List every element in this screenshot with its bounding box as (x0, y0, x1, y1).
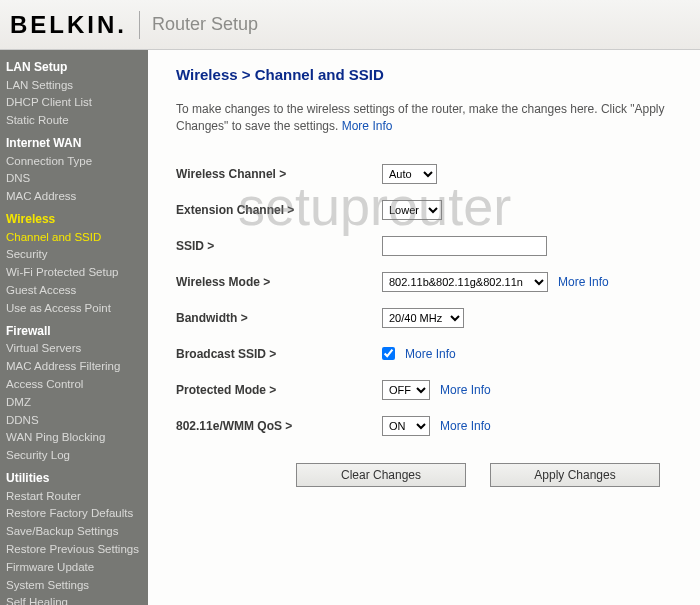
select-protected-mode[interactable]: OFF (382, 380, 430, 400)
label-extension-channel: Extension Channel > (176, 203, 382, 217)
intro-more-info-link[interactable]: More Info (342, 119, 393, 133)
nav-lan-settings[interactable]: LAN Settings (6, 77, 148, 95)
select-bandwidth[interactable]: 20/40 MHz (382, 308, 464, 328)
label-wireless-channel: Wireless Channel > (176, 167, 382, 181)
nav-system-settings[interactable]: System Settings (6, 577, 148, 595)
more-info-wmm-qos[interactable]: More Info (440, 419, 491, 433)
nav-connection-type[interactable]: Connection Type (6, 153, 148, 171)
row-wmm-qos: 802.11e/WMM QoS > ON More Info (176, 415, 680, 437)
nav-dhcp-client-list[interactable]: DHCP Client List (6, 94, 148, 112)
label-broadcast-ssid: Broadcast SSID > (176, 347, 382, 361)
sidebar: LAN Setup LAN Settings DHCP Client List … (0, 50, 148, 605)
nav-mac-filtering[interactable]: MAC Address Filtering (6, 358, 148, 376)
nav-guest-access[interactable]: Guest Access (6, 282, 148, 300)
select-extension-channel[interactable]: Lower (382, 200, 442, 220)
header: BELKIN. Router Setup (0, 0, 700, 50)
input-ssid[interactable] (382, 236, 547, 256)
apply-changes-button[interactable]: Apply Changes (490, 463, 660, 487)
nav-restore-defaults[interactable]: Restore Factory Defaults (6, 505, 148, 523)
nav-security[interactable]: Security (6, 246, 148, 264)
label-wireless-mode: Wireless Mode > (176, 275, 382, 289)
row-extension-channel: Extension Channel > Lower (176, 199, 680, 221)
checkbox-broadcast-ssid[interactable] (382, 347, 395, 360)
main-content: Wireless > Channel and SSID To make chan… (148, 50, 700, 605)
label-protected-mode: Protected Mode > (176, 383, 382, 397)
nav-restore-previous[interactable]: Restore Previous Settings (6, 541, 148, 559)
nav-use-as-ap[interactable]: Use as Access Point (6, 300, 148, 318)
nav-mac-address[interactable]: MAC Address (6, 188, 148, 206)
nav-self-healing[interactable]: Self Healing (6, 594, 148, 605)
section-head-wan: Internet WAN (6, 134, 148, 153)
label-wmm-qos: 802.11e/WMM QoS > (176, 419, 382, 433)
row-broadcast-ssid: Broadcast SSID > More Info (176, 343, 680, 365)
nav-security-log[interactable]: Security Log (6, 447, 148, 465)
row-ssid: SSID > (176, 235, 680, 257)
more-info-protected-mode[interactable]: More Info (440, 383, 491, 397)
section-head-wireless[interactable]: Wireless (6, 210, 148, 229)
nav-virtual-servers[interactable]: Virtual Servers (6, 340, 148, 358)
clear-changes-button[interactable]: Clear Changes (296, 463, 466, 487)
row-protected-mode: Protected Mode > OFF More Info (176, 379, 680, 401)
nav-wifi-protected-setup[interactable]: Wi-Fi Protected Setup (6, 264, 148, 282)
page-title: Router Setup (152, 14, 258, 35)
nav-dns[interactable]: DNS (6, 170, 148, 188)
nav-channel-and-ssid[interactable]: Channel and SSID (6, 229, 148, 247)
select-wireless-mode[interactable]: 802.11b&802.11g&802.11n (382, 272, 548, 292)
select-wmm-qos[interactable]: ON (382, 416, 430, 436)
intro-body: To make changes to the wireless settings… (176, 102, 665, 133)
section-head-firewall: Firewall (6, 322, 148, 341)
logo: BELKIN. (0, 11, 140, 39)
nav-wan-ping-blocking[interactable]: WAN Ping Blocking (6, 429, 148, 447)
more-info-broadcast-ssid[interactable]: More Info (405, 347, 456, 361)
breadcrumb: Wireless > Channel and SSID (176, 66, 680, 83)
row-bandwidth: Bandwidth > 20/40 MHz (176, 307, 680, 329)
nav-access-control[interactable]: Access Control (6, 376, 148, 394)
row-wireless-channel: Wireless Channel > Auto (176, 163, 680, 185)
nav-save-backup[interactable]: Save/Backup Settings (6, 523, 148, 541)
nav-static-route[interactable]: Static Route (6, 112, 148, 130)
select-wireless-channel[interactable]: Auto (382, 164, 437, 184)
nav-dmz[interactable]: DMZ (6, 394, 148, 412)
nav-restart-router[interactable]: Restart Router (6, 488, 148, 506)
section-head-lan: LAN Setup (6, 58, 148, 77)
row-wireless-mode: Wireless Mode > 802.11b&802.11g&802.11n … (176, 271, 680, 293)
button-bar: Clear Changes Apply Changes (276, 463, 680, 487)
section-head-utilities: Utilities (6, 469, 148, 488)
label-bandwidth: Bandwidth > (176, 311, 382, 325)
intro-text: To make changes to the wireless settings… (176, 101, 680, 135)
nav-firmware-update[interactable]: Firmware Update (6, 559, 148, 577)
label-ssid: SSID > (176, 239, 382, 253)
more-info-wireless-mode[interactable]: More Info (558, 275, 609, 289)
nav-ddns[interactable]: DDNS (6, 412, 148, 430)
